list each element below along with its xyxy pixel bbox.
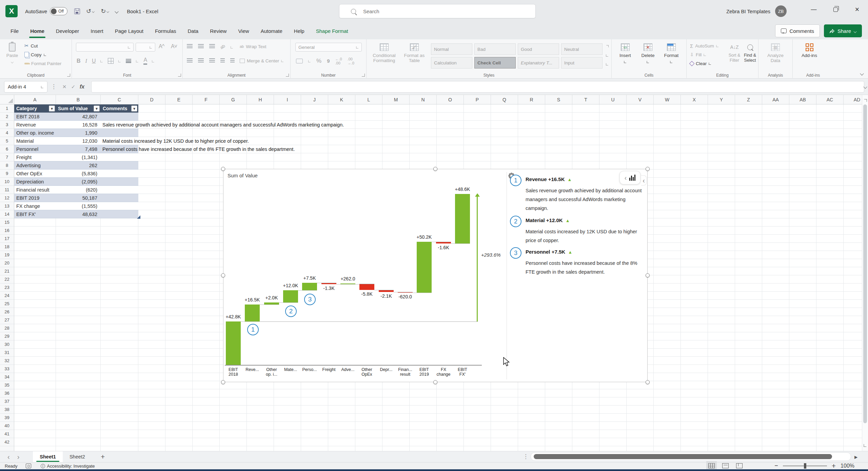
bar-personnel[interactable] (302, 283, 317, 290)
font-name-select[interactable] (76, 43, 134, 52)
row-header[interactable]: 2 (0, 113, 14, 121)
zoom-out-button[interactable] (774, 462, 778, 469)
row-header[interactable]: 9 (0, 170, 14, 178)
bar-ebit-2019[interactable] (417, 242, 432, 293)
format-painter-button[interactable]: Format Painter (24, 59, 61, 68)
tab-formulas[interactable]: Formulas (149, 22, 182, 39)
bar-ebit-fx[interactable] (455, 194, 470, 243)
horizontal-scrollbar[interactable] (531, 452, 851, 461)
column-header[interactable]: AC (816, 95, 844, 104)
row-header[interactable]: 38 (0, 406, 14, 414)
style-neutral[interactable]: Neutral (561, 43, 603, 55)
column-header[interactable]: M (382, 95, 410, 104)
bar-fx-change[interactable] (436, 242, 451, 243)
normal-view-button[interactable] (708, 463, 715, 468)
vertical-scroll-thumb[interactable] (863, 104, 867, 423)
bold-button[interactable]: B (77, 58, 81, 64)
chart-handle-bottom-right[interactable] (646, 380, 650, 384)
column-header[interactable]: X (681, 95, 708, 104)
align-right-icon[interactable] (209, 58, 215, 63)
zoom-slider[interactable] (783, 466, 827, 466)
row-header[interactable]: 18 (0, 243, 14, 251)
tab-shape-format[interactable]: Shape Format (310, 22, 354, 39)
page-layout-view-button[interactable] (722, 463, 729, 468)
tab-automate[interactable]: Automate (255, 22, 288, 39)
tab-developer[interactable]: Developer (50, 22, 85, 39)
row-header[interactable]: 29 (0, 332, 14, 340)
undo-button[interactable] (86, 7, 95, 15)
align-left-icon[interactable] (187, 58, 193, 63)
cut-button[interactable]: ✂Cut (24, 41, 61, 50)
row-header[interactable]: 34 (0, 373, 14, 381)
tab-help[interactable]: Help (288, 22, 310, 39)
tab-insert[interactable]: Insert (85, 22, 109, 39)
comments-button[interactable]: Comments (775, 24, 820, 37)
analyze-data-button[interactable]: ▦ Analyze Data (763, 40, 788, 73)
table-header-category[interactable]: Category (14, 104, 56, 113)
restore-button[interactable] (825, 0, 846, 19)
expand-formula-bar-icon[interactable] (864, 83, 867, 90)
cell-comment-text[interactable]: Material costs increased by 12K USD due … (102, 137, 249, 145)
increase-indent-icon[interactable] (230, 58, 235, 63)
column-header[interactable]: G (220, 95, 247, 104)
format-cells-button[interactable]: Format (660, 40, 683, 73)
row-header[interactable]: 37 (0, 397, 14, 406)
row-header[interactable]: 20 (0, 259, 14, 267)
row-header[interactable]: 25 (0, 300, 14, 308)
chart-handle-right-mid[interactable] (646, 273, 650, 277)
column-header[interactable]: W (654, 95, 681, 104)
paste-button[interactable]: Paste (3, 40, 22, 73)
row-header[interactable]: 5 (0, 137, 14, 145)
style-check-cell[interactable]: Check Cell (474, 57, 516, 68)
bar-other-op-income[interactable] (264, 302, 279, 305)
font-color-button[interactable]: A (143, 57, 147, 65)
zebra-bi-toolbar[interactable] (619, 171, 640, 184)
find-select-button[interactable]: Find & Select (742, 40, 758, 73)
column-header[interactable]: A (14, 95, 56, 104)
minimize-button[interactable] (803, 0, 825, 19)
autosum-button[interactable]: AutoSum (690, 41, 719, 50)
gallery-up-icon[interactable] (605, 44, 610, 49)
bar-ebit-2018[interactable] (226, 321, 241, 365)
column-header[interactable]: C (101, 95, 138, 104)
increase-font-button[interactable] (159, 43, 164, 50)
sheet-tab-sheet2[interactable]: Sheet2 (63, 451, 92, 463)
namebox-divider[interactable] (51, 83, 57, 90)
share-button[interactable]: Share (824, 24, 862, 37)
row-header[interactable]: 42 (0, 438, 14, 446)
clear-button[interactable]: Clear (690, 59, 719, 68)
chart-handle-top-left[interactable] (221, 167, 225, 171)
tab-scrollbar-splitter[interactable] (523, 453, 529, 460)
tab-view[interactable]: View (232, 22, 255, 39)
filter-dropdown-icon[interactable] (49, 105, 55, 112)
row-header[interactable]: 14 (0, 210, 14, 218)
borders-button[interactable] (108, 58, 114, 64)
scroll-up-icon[interactable] (862, 98, 868, 104)
style-good[interactable]: Good (518, 43, 559, 55)
accessibility-status[interactable]: Accessibility: Investigate (47, 464, 95, 469)
column-header[interactable]: N (410, 95, 437, 104)
customize-quick-access-button[interactable] (115, 8, 118, 14)
row-header[interactable]: 11 (0, 186, 14, 194)
sort-filter-button[interactable]: A↓Z Sort & Filter (727, 40, 742, 73)
zoom-level[interactable]: 100% (841, 463, 854, 469)
merge-center-button[interactable]: Merge & Center (240, 56, 284, 65)
gallery-down-icon[interactable] (605, 53, 610, 58)
chart-handle-bottom-mid[interactable] (433, 380, 437, 384)
row-header[interactable]: 15 (0, 218, 14, 227)
collapse-panel-icon[interactable] (641, 175, 647, 185)
excel-logo-icon[interactable]: X (5, 5, 18, 17)
row-header[interactable]: 28 (0, 324, 14, 332)
wrap-text-button[interactable]: abWrap Text (240, 42, 267, 51)
align-center-icon[interactable] (198, 58, 204, 63)
formula-input[interactable] (91, 81, 864, 93)
align-bottom-icon[interactable] (209, 44, 215, 48)
autosave-control[interactable]: AutoSave Off (25, 7, 67, 15)
comma-style-button[interactable] (327, 58, 330, 64)
waterfall-chart[interactable]: Sum of Value +42.8K +16.5K +2 (223, 169, 648, 382)
tab-page-layout[interactable]: Page Layout (109, 22, 149, 39)
column-header[interactable]: T (572, 95, 599, 104)
cancel-entry-button[interactable] (60, 84, 69, 90)
column-header[interactable]: U (599, 95, 627, 104)
dialog-launcher-icon[interactable] (67, 74, 70, 77)
